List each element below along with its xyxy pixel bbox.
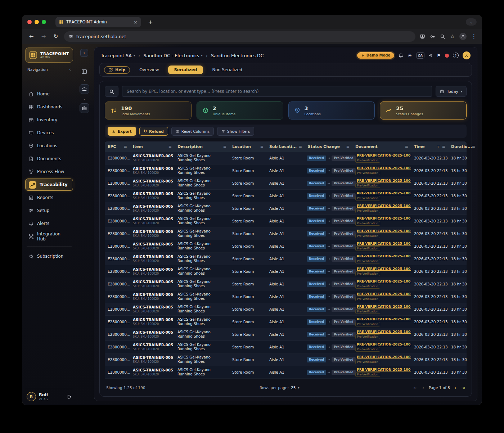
stat-unique-items[interactable]: 2Unique Items <box>197 102 283 119</box>
table-row[interactable]: E2800000... ASICS-TRAINER-005 SKU: SKU-1… <box>105 202 467 215</box>
table-row[interactable]: E2800000... ASICS-TRAINER-005 SKU: SKU-1… <box>105 290 467 303</box>
window-minimize-button[interactable] <box>35 20 39 24</box>
document-link[interactable]: PRE-VERIFICATION-2025-1009 <box>355 254 408 258</box>
column-menu-icon[interactable]: ≡ <box>299 144 302 149</box>
document-link[interactable]: PRE-VERIFICATION-2025-1009 <box>355 191 408 195</box>
install-icon[interactable] <box>420 34 425 39</box>
tab-overview[interactable]: Overview <box>138 66 160 74</box>
document-link[interactable]: PRE-VERIFICATION-2025-1009 <box>355 153 408 157</box>
table-row[interactable]: E2800000... ASICS-TRAINER-005 SKU: SKU-1… <box>105 152 467 164</box>
sidebar-item-alerts[interactable]: Alerts <box>25 217 73 230</box>
table-row[interactable]: E2800000... ASICS-TRAINER-005 SKU: SKU-1… <box>105 265 467 278</box>
col-description[interactable]: Description≡ <box>175 144 229 149</box>
user-avatar[interactable]: R <box>27 392 36 401</box>
table-row[interactable]: E2800000... ASICS-TRAINER-005 SKU: SKU-1… <box>105 177 467 190</box>
logout-icon[interactable] <box>66 394 72 400</box>
col-document[interactable]: Document≡ <box>352 144 411 149</box>
rows-per-page-control[interactable]: Rows per page: 25 ▾ <box>260 385 300 390</box>
column-menu-icon[interactable]: ≡ <box>405 144 408 149</box>
help-button[interactable]: ? Help <box>104 66 130 74</box>
back-icon[interactable]: ← <box>27 33 35 40</box>
demo-mode-badge[interactable]: Demo Mode <box>357 52 395 59</box>
table-row[interactable]: E2800000... ASICS-TRAINER-005 SKU: SKU-1… <box>105 341 467 353</box>
window-close-button[interactable] <box>27 20 32 24</box>
forward-icon[interactable]: → <box>40 33 48 40</box>
send-icon[interactable] <box>428 53 433 58</box>
column-menu-icon[interactable]: ≡ <box>346 144 350 149</box>
flag-icon[interactable]: ⚑ <box>437 53 441 58</box>
briefcase-icon[interactable] <box>80 103 89 113</box>
col-epc[interactable]: EPC≡ <box>105 144 130 149</box>
col-sub-location[interactable]: Sub Locati...≡ <box>266 144 305 149</box>
table-row[interactable]: E2800000... ASICS-TRAINER-005 SKU: SKU-1… <box>105 353 467 366</box>
app-logo[interactable]: TRACEPOINT ADMIN <box>25 48 73 63</box>
document-link[interactable]: PRE-VERIFICATION-2025-1009 <box>355 317 408 321</box>
sidebar-item-inventory[interactable]: Inventory <box>25 114 73 126</box>
column-menu-icon[interactable]: ≡ <box>124 144 127 149</box>
tab-search-chevron-icon[interactable]: ⌄ <box>466 18 477 26</box>
document-link[interactable]: PRE-VERIFICATION-2025-1009 <box>355 355 408 359</box>
notifications-bell-icon[interactable] <box>398 53 404 58</box>
password-key-icon[interactable] <box>430 34 435 39</box>
theme-sun-icon[interactable]: ☀ <box>408 53 412 58</box>
sidebar-item-dashboards[interactable]: Dashboards <box>25 101 73 113</box>
document-link[interactable]: PRE-VERIFICATION-2025-1009 <box>355 279 408 283</box>
sidebar-item-documents[interactable]: Documents <box>25 153 73 165</box>
sidebar-collapse-icon[interactable]: ‹ <box>69 67 71 72</box>
document-link[interactable]: PRE-VERIFICATION-2025-1009 <box>355 267 408 271</box>
date-filter-button[interactable]: Today ▾ <box>436 86 467 97</box>
window-maximize-button[interactable] <box>42 20 46 24</box>
col-time[interactable]: Time ≡ <box>411 144 448 149</box>
document-link[interactable]: PRE-VERIFICATION-2025-1009 <box>355 166 408 170</box>
col-item[interactable]: Item≡ <box>130 144 175 149</box>
table-row[interactable]: E2800000... ASICS-TRAINER-005 SKU: SKU-1… <box>105 253 467 265</box>
sidebar-item-locations[interactable]: Locations <box>25 140 73 152</box>
col-duration[interactable]: Duratio...≡ <box>448 144 478 149</box>
tab-close-icon[interactable]: × <box>134 19 138 25</box>
browser-tab[interactable]: TRACEPOINT Admin × <box>55 17 141 27</box>
document-link[interactable]: PRE-VERIFICATION-2025-1009 <box>355 216 408 220</box>
col-location[interactable]: Location≡ <box>229 144 266 149</box>
stat-total-movements[interactable]: 190Total Movements <box>105 102 192 119</box>
document-link[interactable]: PRE-VERIFICATION-2025-1009 <box>355 330 408 334</box>
sidebar-item-traceability[interactable]: Traceability <box>25 179 73 191</box>
dc-building-icon[interactable] <box>80 84 89 94</box>
table-row[interactable]: E2800000... ASICS-TRAINER-005 SKU: SKU-1… <box>105 240 467 253</box>
column-menu-icon[interactable]: ≡ <box>442 144 445 149</box>
prev-page-icon[interactable]: ‹ <box>422 385 424 391</box>
column-menu-icon[interactable]: ≡ <box>472 144 475 149</box>
sidebar-item-devices[interactable]: Devices <box>25 127 73 139</box>
document-link[interactable]: PRE-VERIFICATION-2025-1009 <box>355 305 408 308</box>
column-menu-icon[interactable]: ≡ <box>168 144 172 149</box>
document-link[interactable]: PRE-VERIFICATION-2025-1009 <box>355 229 408 233</box>
table-row[interactable]: E2800000... ASICS-TRAINER-005 SKU: SKU-1… <box>105 190 467 202</box>
panel-layout-icon[interactable] <box>81 68 87 75</box>
col-status-change[interactable]: Status Change≡ <box>305 144 352 149</box>
reload-icon[interactable]: ↻ <box>52 33 60 40</box>
tab-serialized[interactable]: Serialized <box>168 66 203 74</box>
record-status-icon[interactable] <box>445 54 449 58</box>
stat-locations[interactable]: 3Locations <box>288 102 375 119</box>
sidebar-item-reports[interactable]: Reports <box>25 191 73 204</box>
sidebar-item-integration-hub[interactable]: Integration Hub <box>25 230 73 243</box>
reload-button[interactable]: ↻ Reload <box>139 127 168 136</box>
active-filter-icon[interactable] <box>437 145 440 149</box>
table-row[interactable]: E2800000... ASICS-TRAINER-005 SKU: SKU-1… <box>105 215 467 227</box>
show-filters-button[interactable]: Show Filters <box>217 127 254 136</box>
table-row[interactable]: E2800000... ASICS-TRAINER-005 SKU: SKU-1… <box>105 303 467 316</box>
browser-profile-icon[interactable] <box>459 33 467 40</box>
breadcrumb-org[interactable]: Tracepoint SA▾ <box>101 53 135 58</box>
header-user-avatar[interactable] <box>463 51 471 59</box>
document-link[interactable]: PRE-VERIFICATION-2025-1009 <box>355 367 408 371</box>
reset-columns-button[interactable]: Reset Columns <box>171 127 214 136</box>
document-link[interactable]: PRE-VERIFICATION-2025-1009 <box>355 179 408 182</box>
stat-status-changes[interactable]: 25Status Changes <box>380 102 467 119</box>
table-row[interactable]: E2800000... ASICS-TRAINER-005 SKU: SKU-1… <box>105 316 467 328</box>
rail-expand-icon[interactable]: › <box>80 49 88 57</box>
table-row[interactable]: E2800000... ASICS-TRAINER-005 SKU: SKU-1… <box>105 227 467 240</box>
bookmark-star-icon[interactable]: ☆ <box>450 33 455 39</box>
last-page-icon[interactable]: ⇥ <box>461 385 465 391</box>
search-zoom-icon[interactable] <box>440 34 445 39</box>
locale-badge[interactable]: ZA <box>416 52 425 59</box>
search-input[interactable] <box>122 86 432 97</box>
